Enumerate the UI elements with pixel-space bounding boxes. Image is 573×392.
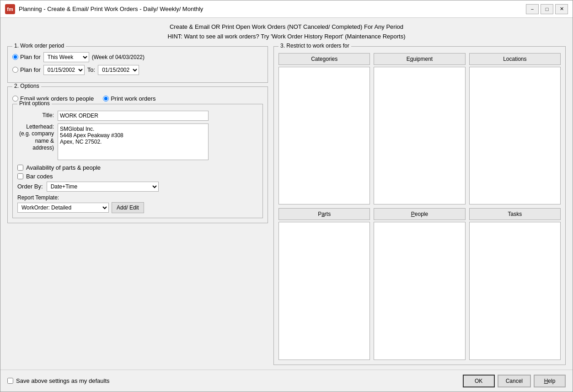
period-row-1: Plan for This Week Next Week Last Week T… bbox=[12, 52, 263, 62]
parts-col: Parts bbox=[278, 208, 370, 360]
report-template-label: Report Template: bbox=[17, 194, 258, 201]
options-group-title: 2. Options bbox=[12, 83, 41, 89]
locations-list bbox=[469, 67, 561, 205]
save-defaults-label: Save above settings as my defaults bbox=[16, 377, 110, 384]
cancel-button[interactable]: Cancel bbox=[498, 375, 531, 387]
week-select[interactable]: This Week Next Week Last Week This Month bbox=[43, 52, 89, 62]
plan-for-radio-input-1[interactable] bbox=[12, 54, 18, 60]
tasks-col: Tasks bbox=[469, 208, 561, 360]
main-panels: 1. Work order period Plan for This Week … bbox=[7, 46, 566, 365]
app-icon: fm bbox=[5, 4, 15, 14]
print-radio-input[interactable] bbox=[103, 96, 109, 102]
availability-label: Availability of parts & people bbox=[26, 164, 101, 171]
equipment-list bbox=[374, 67, 465, 205]
hint-line1: Create & Email OR Print Open Work Orders… bbox=[7, 22, 566, 32]
left-panel: 1. Work order period Plan for This Week … bbox=[7, 46, 268, 365]
period-group-title: 1. Work order period bbox=[12, 43, 66, 49]
report-template-section: Report Template: WorkOrder: Detailed Wor… bbox=[17, 194, 258, 213]
minimize-button[interactable]: − bbox=[526, 4, 539, 14]
print-options-title: Print options bbox=[17, 100, 52, 107]
restrict-group: 3. Restrict to work orders for Categorie… bbox=[273, 46, 566, 365]
report-template-select[interactable]: WorkOrder: Detailed WorkOrder: Simple Wo… bbox=[17, 203, 109, 213]
categories-col: Categories bbox=[278, 53, 370, 205]
barcode-row: Bar codes bbox=[17, 173, 258, 180]
help-button[interactable]: Help bbox=[534, 375, 566, 387]
locations-button[interactable]: Locations bbox=[469, 53, 561, 65]
ok-button[interactable]: OK bbox=[463, 375, 495, 387]
work-order-period-group: 1. Work order period Plan for This Week … bbox=[7, 46, 268, 83]
order-by-row: Order By: Date+Time Priority Category Lo… bbox=[17, 182, 258, 192]
restrict-grid: Categories Equipment Locations bbox=[278, 50, 561, 360]
barcode-checkbox[interactable] bbox=[17, 173, 23, 179]
print-radio[interactable]: Print work orders bbox=[103, 95, 155, 102]
letterhead-label: Letterhead:(e.g. companyname &address) bbox=[17, 124, 54, 152]
parts-list bbox=[278, 222, 370, 360]
title-input[interactable] bbox=[58, 111, 209, 121]
week-info: (Week of 04/03/2022) bbox=[92, 54, 145, 60]
bottom-buttons: OK Cancel Help bbox=[463, 375, 566, 387]
locations-col: Locations bbox=[469, 53, 561, 205]
add-edit-button[interactable]: Add/ Edit bbox=[112, 202, 144, 213]
window-title: Planning - Create & Email/ Print Work Or… bbox=[19, 5, 526, 12]
title-row: Title: bbox=[17, 111, 258, 121]
print-options-group: Print options Title: Letterhead:(e.g. co… bbox=[12, 104, 263, 218]
plan-for-radio-1[interactable]: Plan for bbox=[12, 54, 41, 60]
order-by-select[interactable]: Date+Time Priority Category Location bbox=[47, 182, 159, 192]
save-defaults-checkbox[interactable] bbox=[7, 378, 13, 384]
date-from-select[interactable]: 01/15/2002 bbox=[43, 65, 85, 75]
order-by-label: Order By: bbox=[17, 183, 43, 190]
maximize-button[interactable]: □ bbox=[541, 4, 553, 14]
bottom-bar: Save above settings as my defaults OK Ca… bbox=[0, 370, 573, 392]
tasks-list bbox=[469, 222, 561, 360]
availability-row: Availability of parts & people bbox=[17, 164, 258, 171]
period-row-2: Plan for 01/15/2002 To: 01/15/2002 bbox=[12, 65, 263, 75]
print-label: Print work orders bbox=[111, 95, 155, 102]
close-button[interactable]: ✕ bbox=[555, 4, 568, 14]
hint-area: Create & Email OR Print Open Work Orders… bbox=[7, 22, 566, 42]
categories-list bbox=[278, 67, 370, 205]
date-to-select[interactable]: 01/15/2002 bbox=[98, 65, 139, 75]
tasks-button[interactable]: Tasks bbox=[469, 208, 561, 220]
parts-button[interactable]: Parts bbox=[278, 208, 370, 220]
equipment-col: Equipment bbox=[374, 53, 465, 205]
restrict-group-title: 3. Restrict to work orders for bbox=[278, 43, 351, 49]
right-panel: 3. Restrict to work orders for Categorie… bbox=[273, 46, 566, 365]
content-area: Create & Email OR Print Open Work Orders… bbox=[0, 18, 573, 370]
to-label: To: bbox=[87, 66, 95, 73]
categories-button[interactable]: Categories bbox=[278, 53, 370, 65]
main-window: fm Planning - Create & Email/ Print Work… bbox=[0, 0, 573, 392]
people-list bbox=[374, 222, 465, 360]
window-controls: − □ ✕ bbox=[526, 4, 568, 14]
letterhead-row: Letterhead:(e.g. companyname &address) S… bbox=[17, 124, 258, 161]
availability-checkbox[interactable] bbox=[17, 165, 23, 171]
report-template-row: WorkOrder: Detailed WorkOrder: Simple Wo… bbox=[17, 202, 258, 213]
people-button[interactable]: People bbox=[374, 208, 465, 220]
title-label: Title: bbox=[17, 111, 54, 118]
barcode-label: Bar codes bbox=[26, 173, 53, 180]
plan-for-radio-2[interactable]: Plan for bbox=[12, 66, 41, 73]
hint-line2: HINT: Want to see all work orders? Try '… bbox=[7, 32, 566, 42]
letterhead-textarea[interactable]: SMGlobal Inc. 5448 Apex Peakway #308 Ape… bbox=[58, 124, 209, 160]
people-col: People bbox=[374, 208, 465, 360]
equipment-button[interactable]: Equipment bbox=[374, 53, 465, 65]
save-defaults: Save above settings as my defaults bbox=[7, 377, 110, 384]
letterhead-container: SMGlobal Inc. 5448 Apex Peakway #308 Ape… bbox=[58, 124, 209, 161]
plan-for-radio-input-2[interactable] bbox=[12, 67, 18, 73]
options-group: 2. Options Email work orders to people P… bbox=[7, 86, 268, 223]
title-bar: fm Planning - Create & Email/ Print Work… bbox=[0, 0, 573, 18]
